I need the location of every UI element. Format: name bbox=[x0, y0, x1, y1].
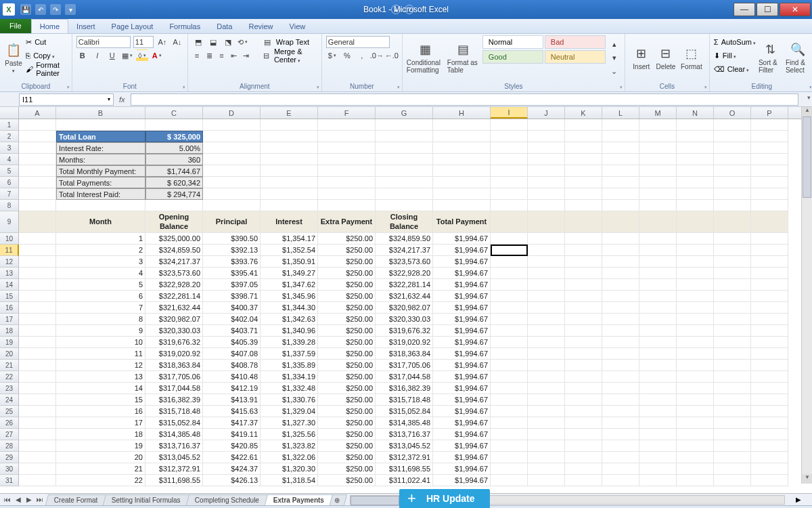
cell[interactable]: Months: bbox=[56, 154, 145, 165]
cell[interactable] bbox=[565, 256, 602, 268]
cell[interactable] bbox=[19, 165, 56, 177]
cell[interactable] bbox=[602, 177, 639, 188]
cell[interactable]: $400.37 bbox=[203, 302, 261, 314]
cell[interactable] bbox=[677, 131, 714, 142]
cell[interactable]: $315,052.84 bbox=[376, 406, 433, 417]
accounting-format-icon[interactable]: $ bbox=[326, 49, 338, 62]
cell[interactable] bbox=[528, 314, 565, 325]
cell[interactable] bbox=[639, 211, 677, 233]
cell[interactable] bbox=[639, 268, 677, 279]
cell[interactable] bbox=[602, 440, 639, 452]
cell[interactable] bbox=[528, 119, 565, 131]
tab-file[interactable]: File bbox=[0, 18, 31, 33]
colhdr-I[interactable]: I bbox=[491, 107, 528, 119]
cell[interactable] bbox=[528, 463, 565, 475]
cell[interactable]: $1,994.67 bbox=[433, 440, 491, 452]
cell[interactable] bbox=[639, 417, 677, 429]
cell[interactable] bbox=[751, 279, 788, 291]
rowhdr[interactable]: 25 bbox=[0, 406, 19, 417]
tab-formulas[interactable]: Formulas bbox=[161, 20, 208, 33]
cell[interactable]: $1,342.63 bbox=[261, 314, 318, 325]
cell[interactable] bbox=[714, 337, 751, 348]
cell[interactable] bbox=[491, 463, 528, 475]
cell[interactable] bbox=[491, 165, 528, 177]
cell[interactable] bbox=[19, 131, 56, 142]
align-bottom-icon[interactable]: ⬔ bbox=[222, 36, 234, 48]
cell[interactable] bbox=[602, 165, 639, 177]
cell[interactable] bbox=[491, 131, 528, 142]
cell[interactable]: $320,982.07 bbox=[145, 314, 203, 325]
cell[interactable] bbox=[639, 429, 677, 440]
cell[interactable] bbox=[528, 233, 565, 245]
cell[interactable]: $1,327.30 bbox=[261, 417, 318, 429]
cell[interactable]: $407.08 bbox=[203, 348, 261, 360]
cell[interactable] bbox=[261, 177, 318, 188]
cell[interactable] bbox=[602, 268, 639, 279]
cell[interactable] bbox=[491, 233, 528, 245]
rowhdr[interactable]: 5 bbox=[0, 165, 19, 177]
cell[interactable] bbox=[19, 383, 56, 394]
rowhdr[interactable]: 16 bbox=[0, 302, 19, 314]
format-painter-button[interactable]: Format Painter bbox=[36, 61, 68, 77]
cell[interactable]: $390.50 bbox=[203, 233, 261, 245]
cell[interactable] bbox=[433, 200, 491, 211]
cell[interactable]: $397.05 bbox=[203, 279, 261, 291]
cell[interactable] bbox=[203, 154, 261, 165]
cell[interactable]: $1,344.30 bbox=[261, 302, 318, 314]
cell[interactable] bbox=[602, 463, 639, 475]
cell[interactable]: $318,363.84 bbox=[376, 348, 433, 360]
cell[interactable] bbox=[528, 154, 565, 165]
cell[interactable] bbox=[491, 475, 528, 486]
cell[interactable] bbox=[528, 165, 565, 177]
cell[interactable] bbox=[602, 233, 639, 245]
tab-review[interactable]: Review bbox=[240, 20, 281, 33]
cell[interactable] bbox=[602, 279, 639, 291]
cell[interactable] bbox=[565, 291, 602, 302]
cell[interactable]: $1,994.67 bbox=[433, 383, 491, 394]
cell[interactable]: $392.13 bbox=[203, 245, 261, 256]
cell[interactable] bbox=[376, 188, 433, 200]
cell[interactable]: $ 325,000 bbox=[145, 131, 203, 142]
increase-indent-icon[interactable]: ⇥ bbox=[242, 49, 251, 62]
cell[interactable]: $317,044.58 bbox=[376, 371, 433, 383]
cell[interactable]: $393.76 bbox=[203, 256, 261, 268]
cell[interactable]: $250.00 bbox=[318, 268, 376, 279]
cell[interactable] bbox=[751, 440, 788, 452]
cell[interactable]: $250.00 bbox=[318, 452, 376, 463]
notification-popup[interactable]: HR Update bbox=[399, 489, 490, 508]
cell[interactable]: $323,573.60 bbox=[145, 268, 203, 279]
sheet-tab-completing[interactable]: Completing Schedule bbox=[186, 494, 268, 505]
cell[interactable] bbox=[677, 245, 714, 256]
cell[interactable] bbox=[528, 348, 565, 360]
colhdr-B[interactable]: B bbox=[56, 107, 145, 119]
cell[interactable] bbox=[19, 337, 56, 348]
cell[interactable] bbox=[639, 188, 677, 200]
sort-filter-button[interactable]: ⇅Sort & Filter bbox=[759, 35, 783, 80]
cell[interactable] bbox=[261, 119, 318, 131]
cell[interactable] bbox=[639, 177, 677, 188]
number-format-select[interactable] bbox=[326, 36, 390, 48]
cell[interactable]: 18 bbox=[56, 429, 145, 440]
cell[interactable] bbox=[528, 131, 565, 142]
cell[interactable] bbox=[714, 371, 751, 383]
cell[interactable]: $1,994.67 bbox=[433, 291, 491, 302]
cell[interactable] bbox=[491, 371, 528, 383]
cell[interactable] bbox=[565, 337, 602, 348]
cell[interactable] bbox=[677, 314, 714, 325]
cell[interactable]: $312,372.91 bbox=[376, 452, 433, 463]
cell[interactable] bbox=[714, 142, 751, 154]
cell[interactable]: $322,928.20 bbox=[376, 268, 433, 279]
cell[interactable]: 19 bbox=[56, 440, 145, 452]
cell[interactable] bbox=[528, 452, 565, 463]
cell[interactable] bbox=[19, 417, 56, 429]
cell[interactable] bbox=[491, 348, 528, 360]
cell[interactable] bbox=[677, 360, 714, 371]
cell[interactable] bbox=[751, 233, 788, 245]
cell[interactable] bbox=[714, 279, 751, 291]
cell[interactable] bbox=[602, 119, 639, 131]
cell[interactable] bbox=[261, 200, 318, 211]
styles-scroll-up-icon[interactable]: ▴ bbox=[608, 38, 621, 50]
cell[interactable]: $405.39 bbox=[203, 337, 261, 348]
cell[interactable] bbox=[376, 200, 433, 211]
cell[interactable]: $250.00 bbox=[318, 245, 376, 256]
